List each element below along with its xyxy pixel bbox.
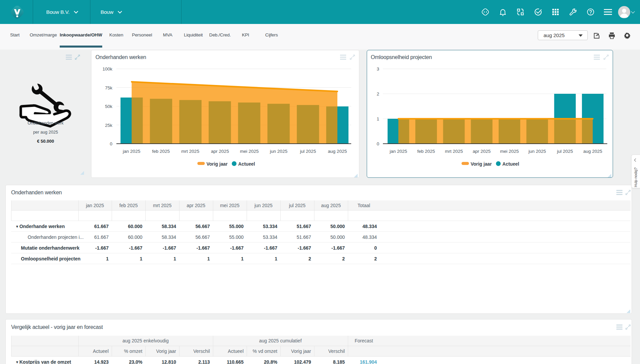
svg-text:100k: 100k — [103, 66, 113, 72]
svg-text:Vorig jaar: Vorig jaar — [471, 162, 492, 167]
svg-text:jul 2025: jul 2025 — [300, 149, 316, 154]
svg-text:jul 2025: jul 2025 — [557, 149, 573, 154]
svg-text:1: 1 — [377, 116, 379, 121]
svg-text:2: 2 — [377, 91, 379, 96]
svg-text:50k: 50k — [105, 104, 112, 109]
svg-text:mei 2025: mei 2025 — [500, 149, 519, 154]
svg-text:mrt 2025: mrt 2025 — [445, 149, 463, 154]
svg-text:Actueel: Actueel — [502, 162, 519, 167]
svg-text:0: 0 — [110, 141, 112, 146]
svg-text:3: 3 — [377, 66, 379, 72]
svg-text:Actueel: Actueel — [238, 162, 255, 167]
svg-text:jun 2025: jun 2025 — [528, 149, 546, 154]
svg-text:jan 2025: jan 2025 — [389, 149, 407, 154]
svg-text:aug 2025: aug 2025 — [328, 149, 347, 154]
svg-text:0: 0 — [377, 141, 379, 146]
svg-text:75k: 75k — [105, 85, 112, 90]
svg-text:apr 2025: apr 2025 — [473, 149, 491, 154]
svg-text:apr 2025: apr 2025 — [211, 149, 229, 154]
svg-text:jan 2025: jan 2025 — [122, 149, 140, 154]
svg-text:feb 2025: feb 2025 — [417, 149, 435, 154]
svg-text:jun 2025: jun 2025 — [270, 149, 287, 154]
svg-text:aug 2025: aug 2025 — [583, 149, 602, 154]
svg-text:mei 2025: mei 2025 — [240, 149, 259, 154]
svg-text:25k: 25k — [105, 123, 112, 128]
svg-text:feb 2025: feb 2025 — [152, 149, 170, 154]
svg-text:Vorig jaar: Vorig jaar — [206, 162, 228, 167]
svg-text:mrt 2025: mrt 2025 — [181, 149, 199, 154]
